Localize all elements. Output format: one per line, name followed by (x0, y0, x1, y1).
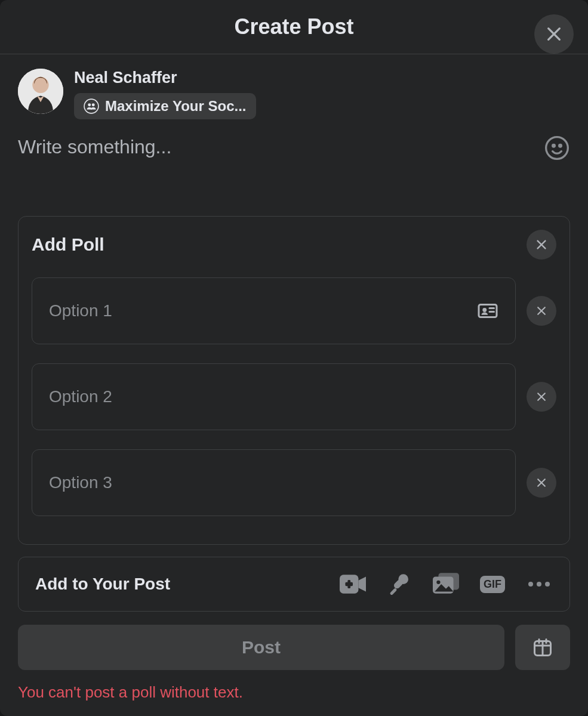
contact-card-icon[interactable] (477, 300, 498, 322)
avatar[interactable] (18, 69, 63, 114)
microphone-button[interactable] (386, 570, 413, 598)
add-to-post-bar: Add to Your Post GIF (18, 557, 570, 612)
svg-point-5 (88, 103, 91, 106)
poll-option-input-2[interactable] (49, 387, 498, 406)
group-icon (84, 98, 99, 114)
poll-option-input-wrap (32, 277, 516, 344)
calendar-icon (532, 637, 553, 658)
close-icon (535, 477, 547, 489)
footer-row: Post (18, 625, 570, 670)
remove-option-button[interactable] (527, 382, 556, 412)
gif-button[interactable]: GIF (479, 570, 506, 598)
poll-option-row (32, 449, 556, 516)
svg-point-6 (92, 103, 95, 106)
add-to-post-icons: GIF (339, 570, 553, 598)
error-message: You can't post a poll without text. (0, 675, 588, 716)
gif-icon: GIF (480, 576, 505, 593)
close-icon (544, 24, 564, 44)
microphone-icon (387, 572, 411, 596)
svg-point-7 (546, 137, 568, 159)
more-options-button[interactable] (525, 570, 553, 598)
more-icon (528, 582, 550, 587)
poll-option-row (32, 277, 556, 344)
modal-header: Create Post (0, 0, 588, 54)
photo-video-button[interactable] (432, 570, 460, 598)
poll-options (32, 277, 556, 516)
close-button[interactable] (534, 14, 574, 54)
svg-point-13 (482, 308, 487, 312)
schedule-button[interactable] (515, 625, 570, 670)
user-info: Neal Schaffer Maximize Your Soc... (74, 69, 256, 119)
svg-point-30 (436, 581, 440, 584)
remove-option-button[interactable] (527, 468, 556, 498)
composer (0, 126, 588, 183)
poll-option-input-wrap (32, 363, 516, 430)
poll-option-row (32, 363, 556, 430)
live-video-icon (340, 575, 366, 594)
svg-rect-24 (347, 580, 350, 588)
emoji-button[interactable] (544, 135, 570, 161)
poll-option-input-3[interactable] (49, 473, 498, 492)
audience-label: Maximize Your Soc... (105, 98, 247, 115)
modal-title: Create Post (234, 14, 353, 39)
poll-title: Add Poll (32, 234, 104, 255)
poll-option-input-1[interactable] (49, 301, 477, 320)
remove-option-button[interactable] (527, 296, 556, 326)
user-row: Neal Schaffer Maximize Your Soc... (0, 54, 588, 126)
photo-video-icon (433, 573, 459, 595)
close-poll-button[interactable] (527, 230, 556, 260)
post-button[interactable]: Post (18, 625, 504, 670)
svg-point-9 (559, 145, 562, 147)
poll-panel: Add Poll (18, 216, 570, 545)
add-to-post-label: Add to Your Post (35, 575, 170, 594)
post-text-input[interactable] (18, 136, 570, 180)
live-video-button[interactable] (339, 570, 367, 598)
svg-point-4 (84, 99, 98, 113)
svg-point-3 (32, 77, 48, 93)
close-icon (535, 305, 547, 317)
poll-option-input-wrap (32, 449, 516, 516)
create-post-modal: Create Post Neal Schaffer Maximize Your … (0, 0, 588, 716)
close-icon (535, 238, 548, 251)
poll-header: Add Poll (32, 230, 556, 260)
close-icon (535, 391, 547, 403)
emoji-icon (544, 135, 570, 161)
svg-point-8 (553, 145, 555, 147)
audience-selector[interactable]: Maximize Your Soc... (74, 93, 256, 119)
svg-rect-27 (390, 588, 398, 595)
user-name: Neal Schaffer (74, 69, 256, 87)
avatar-image (18, 69, 63, 114)
